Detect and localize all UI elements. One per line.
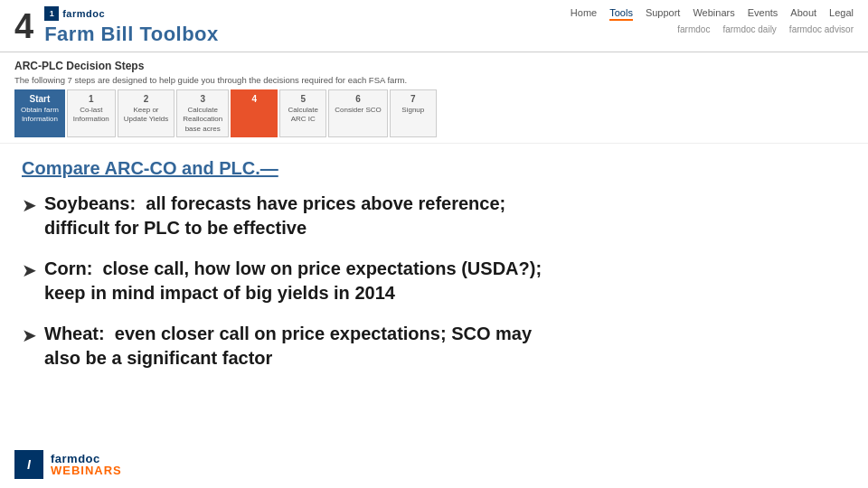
farmdoc-logo: 1 farmdoc <box>44 6 219 21</box>
wizard-section: ARC-PLC Decision Steps The following 7 s… <box>0 52 868 144</box>
page-footer: I farmdoc WEBINARS <box>14 450 122 479</box>
step-text-6: Consider SCO <box>335 106 382 115</box>
step-text-3: CalculateReallocationbase acres <box>183 106 222 134</box>
sub-nav-farmdoc-daily[interactable]: farmdoc daily <box>722 24 776 34</box>
farmdoc-webinars-logo: farmdoc WEBINARS <box>51 453 122 476</box>
bullet-arrow-wheat: ➤ <box>22 324 37 347</box>
wizard-step-5[interactable]: 5 CalculateARC IC <box>279 89 326 137</box>
bullet-text-corn: Corn: close call, how low on price expec… <box>44 257 542 305</box>
bullet-item-corn: ➤ Corn: close call, how low on price exp… <box>22 257 846 305</box>
nav-webinars[interactable]: Webinars <box>693 7 734 21</box>
navigation-bar: Home Tools Support Webinars Events About… <box>571 7 854 34</box>
step-label-start: Start <box>30 93 51 105</box>
wizard-step-start[interactable]: Start Obtain farmInformation <box>14 89 65 137</box>
sub-nav-links: farmdoc farmdoc daily farmdoc advisor <box>677 24 854 34</box>
page-header: 4 1 farmdoc Farm Bill Toolbox Home Tools… <box>0 0 868 52</box>
farmdoc-logo-box: 1 <box>44 6 59 21</box>
sub-nav-farmdoc[interactable]: farmdoc <box>677 24 710 34</box>
nav-legal[interactable]: Legal <box>829 7 854 21</box>
step-label-3: 3 <box>200 93 205 105</box>
nav-support[interactable]: Support <box>646 7 681 21</box>
page-title: Farm Bill Toolbox <box>44 23 219 46</box>
wizard-step-3[interactable]: 3 CalculateReallocationbase acres <box>176 89 229 137</box>
illinois-logo: I <box>14 450 43 479</box>
wizard-step-1[interactable]: 1 Co-lastInformation <box>67 89 116 137</box>
step-text-2: Keep orUpdate Yields <box>124 106 168 125</box>
wizard-step-6[interactable]: 6 Consider SCO <box>328 89 388 137</box>
logo-area: 1 farmdoc Farm Bill Toolbox <box>44 6 219 46</box>
bullet-text-wheat: Wheat: even closer call on price expecta… <box>44 322 532 371</box>
footer-webinars-label: WEBINARS <box>51 465 122 476</box>
step-label-6: 6 <box>355 93 361 105</box>
nav-about[interactable]: About <box>790 7 816 21</box>
bullet-item-soybeans: ➤ Soybeans: all forecasts have prices ab… <box>22 192 846 240</box>
bullet-arrow-soybeans: ➤ <box>22 193 37 217</box>
bullet-item-wheat: ➤ Wheat: even closer call on price expec… <box>22 322 846 371</box>
wizard-step-4[interactable]: 4 <box>231 89 278 137</box>
nav-tools[interactable]: Tools <box>609 7 633 21</box>
step-text-7: Signup <box>401 106 424 115</box>
step-text-1: Co-lastInformation <box>73 106 109 125</box>
wizard-step-7[interactable]: 7 Signup <box>390 89 437 137</box>
step-label-1: 1 <box>89 93 94 105</box>
farmdoc-logo-letter: 1 <box>50 9 54 18</box>
step-label-7: 7 <box>410 93 416 105</box>
nav-links: Home Tools Support Webinars Events About… <box>571 7 854 21</box>
step-label-2: 2 <box>144 93 149 105</box>
main-content: Compare ARC-CO and PLC.— ➤ Soybeans: all… <box>0 144 868 398</box>
step-label-5: 5 <box>300 93 306 105</box>
bullet-text-soybeans: Soybeans: all forecasts have prices abov… <box>44 192 505 240</box>
wizard-steps: Start Obtain farmInformation 1 Co-lastIn… <box>14 89 854 137</box>
nav-events[interactable]: Events <box>748 7 778 21</box>
wizard-subtitle: The following 7 steps are designed to he… <box>14 75 854 85</box>
bullet-arrow-corn: ➤ <box>22 258 37 282</box>
wizard-title: ARC-PLC Decision Steps <box>14 60 854 72</box>
wizard-step-2[interactable]: 2 Keep orUpdate Yields <box>118 89 175 137</box>
step-text-5: CalculateARC IC <box>288 106 318 125</box>
sub-nav-farmdoc-advisor[interactable]: farmdoc advisor <box>789 24 854 34</box>
farmdoc-label: farmdoc <box>62 8 105 19</box>
step-text-start: Obtain farmInformation <box>21 106 59 125</box>
slide-number: 4 <box>14 9 33 43</box>
illinois-letter: I <box>27 457 31 472</box>
section-title: Compare ARC-CO and PLC.— <box>22 158 846 179</box>
nav-home[interactable]: Home <box>571 7 597 21</box>
step-label-4: 4 <box>251 93 257 105</box>
